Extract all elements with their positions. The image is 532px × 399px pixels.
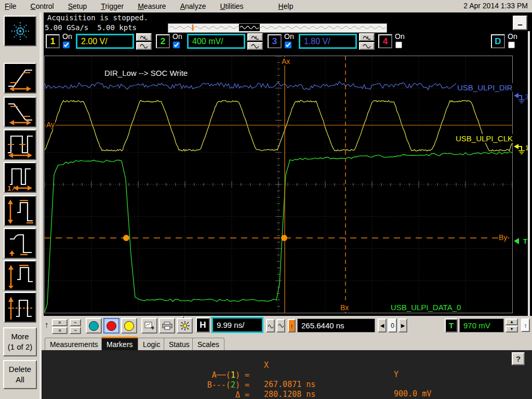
marker-b-row: B---(2) = 280.1208 ns 900.00 mV <box>42 371 532 381</box>
channel-1-bw-button[interactable] <box>136 42 152 50</box>
channel-2-coupling-button[interactable] <box>247 33 263 41</box>
coarse-down-button[interactable]: » <box>52 327 68 334</box>
measure-pulse-width-button[interactable] <box>4 129 36 160</box>
tab-measurements[interactable]: Measurements <box>45 338 103 350</box>
fine-down-button[interactable]: › <box>70 327 81 334</box>
channel-2-button[interactable]: 2 <box>156 34 170 48</box>
markers-readout-panel: X Y A──(1) = 267.0871 ns 900.0 mV B---(2… <box>42 350 532 399</box>
trigger-level-spinner: ▲ ▼ <box>506 318 518 332</box>
delete-all-button[interactable]: Delete All <box>3 360 37 389</box>
channel-1-button[interactable]: 1 <box>46 34 60 48</box>
channel-1-scale-field[interactable]: 2.00 V/ <box>76 34 134 49</box>
clock-display: 2 Apr 2014 1:33 PM <box>463 2 528 10</box>
base-icon <box>7 231 34 257</box>
trace-label-usb-ulpi-clk: USB_ULPI_CLK <box>455 134 514 143</box>
digital-on-label: On <box>508 32 517 41</box>
channel-3-button[interactable]: 3 <box>268 34 282 48</box>
menu-analyze[interactable]: Analyze <box>180 2 206 10</box>
minimize-button[interactable]: – <box>513 16 527 30</box>
oscilloscope-window: File Control Setup Trigger Measure Analy… <box>0 0 532 399</box>
marker-delta-row: Δ = 13.0337 ns 0.0 V <box>42 381 532 391</box>
channel-3-coupling-button[interactable] <box>359 33 375 41</box>
measure-fall-time-button[interactable] <box>4 97 36 127</box>
panel-edge <box>528 31 530 316</box>
trigger-level-down-button[interactable]: ▼ <box>506 326 518 332</box>
marker-by-label[interactable]: By <box>498 233 508 242</box>
teal-dot-icon <box>89 321 99 331</box>
channel-2-scale-field[interactable]: 400 mV/ <box>187 34 245 49</box>
hscale-wave-small-button[interactable] <box>266 319 275 332</box>
measure-top-button[interactable] <box>4 260 36 291</box>
amplitude-icon <box>7 198 34 224</box>
inverse-delta-row: 1/ΔX = 76.72418423011 MHz <box>42 391 532 399</box>
average-icon <box>7 295 34 321</box>
digital-on-checkbox[interactable] <box>508 42 515 48</box>
channel-2-wave-buttons <box>247 33 263 50</box>
menu-trigger[interactable]: Trigger <box>101 2 124 10</box>
waveform-canvas[interactable] <box>45 56 512 313</box>
channel-2-bw-button[interactable] <box>247 42 263 50</box>
marker-bx-label[interactable]: Bx <box>340 303 349 312</box>
channel-2-on-checkbox[interactable] <box>173 42 180 48</box>
trace-annotation: DIR_Low --> SOC Write <box>103 69 189 77</box>
logo-button[interactable] <box>4 16 36 46</box>
channel-4-button[interactable]: 4 <box>378 34 392 48</box>
tab-logic[interactable]: Logic <box>138 338 165 350</box>
coarse-up-button[interactable]: » <box>52 319 68 326</box>
channel-4-on-checkbox[interactable] <box>395 42 402 48</box>
measure-amplitude-button[interactable] <box>4 195 36 226</box>
menu-bar: File Control Setup Trigger Measure Analy… <box>0 0 532 12</box>
channel-1-coupling-button[interactable] <box>136 33 152 41</box>
hscale-wave-large-button[interactable] <box>276 319 285 332</box>
position-zero-button[interactable]: 0 <box>388 318 397 332</box>
channel-3-scale-field[interactable]: 1.80 V/ <box>299 34 357 49</box>
acquisition-overview-scrollbar[interactable] <box>168 23 387 33</box>
coarse-spinner: » » <box>52 319 68 334</box>
channel-3-wave-buttons <box>359 33 375 50</box>
waveform-display[interactable]: DIR_Low --> SOC Write USB_ULPI_DIR USB_U… <box>44 56 513 313</box>
help-button[interactable]: ? <box>512 352 525 365</box>
timebase-scale-field[interactable]: 9.99 ns/ <box>211 317 263 333</box>
print-button[interactable] <box>159 318 175 334</box>
channel-3-on-label: On <box>284 32 294 41</box>
menu-utilities[interactable]: Utilities <box>220 2 243 10</box>
measure-rise-time-button[interactable] <box>4 63 36 94</box>
measure-average-button[interactable] <box>4 292 36 323</box>
measure-frequency-button[interactable]: 1/ <box>4 162 36 193</box>
tab-status[interactable]: Status <box>164 338 195 350</box>
trigger-level-up-button[interactable]: ▲ <box>506 318 518 325</box>
fine-up-button[interactable]: › <box>70 319 81 326</box>
menu-help[interactable]: Help <box>278 2 294 10</box>
trigger-level-reference-button[interactable]: ↑ <box>521 318 530 332</box>
trigger-level-field[interactable]: 970 mV <box>459 318 504 332</box>
trigger-menu-button[interactable]: T <box>445 318 458 332</box>
fine-spinner: › › <box>70 319 81 334</box>
channel-3-on-checkbox[interactable] <box>285 42 291 48</box>
trigger-time-reference-button[interactable]: ↑ <box>288 319 296 332</box>
measure-base-button[interactable] <box>4 228 36 259</box>
more-measurements-button[interactable]: More (1 of 2) <box>3 327 37 356</box>
menu-measure[interactable]: Measure <box>138 2 166 10</box>
channel-1-on-checkbox[interactable] <box>63 42 70 48</box>
position-left-button[interactable]: ◀ <box>378 318 387 332</box>
channel-3-bw-button[interactable] <box>359 42 375 50</box>
position-right-button[interactable]: ▶ <box>398 318 407 332</box>
marker-ay-label[interactable]: Ay <box>46 121 55 129</box>
marker-ax-label[interactable]: Ax <box>281 57 290 65</box>
marker-color-red-button[interactable] <box>103 318 119 334</box>
acquisition-status: Acquisition is stopped. <box>47 14 148 22</box>
tab-scales[interactable]: Scales <box>192 338 224 350</box>
display-brightness-button[interactable] <box>177 318 193 334</box>
menu-file[interactable]: File <box>5 2 17 10</box>
trigger-position-icon: ↑ <box>45 320 49 329</box>
marker-color-yellow-button[interactable] <box>121 318 137 334</box>
menu-control[interactable]: Control <box>31 2 54 10</box>
horizontal-menu-button[interactable]: H <box>196 317 210 332</box>
menu-setup[interactable]: Setup <box>68 2 87 10</box>
export-image-button[interactable] <box>141 318 157 334</box>
trace-label-usb-ulpi-data0: USB_ULPI_DATA_0 <box>390 303 462 312</box>
tab-markers[interactable]: Markers <box>101 337 138 350</box>
digital-channels-button[interactable]: D <box>491 34 505 48</box>
marker-color-teal-button[interactable] <box>86 318 102 334</box>
horizontal-position-field[interactable]: 265.6440 ns <box>297 318 375 332</box>
